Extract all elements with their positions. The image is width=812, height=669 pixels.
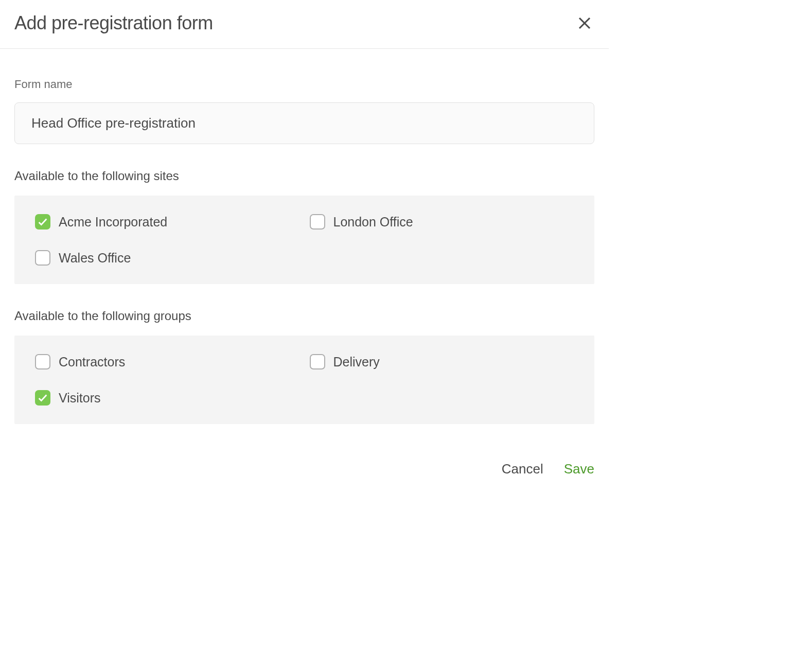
modal-header: Add pre-registration form [0,0,609,49]
site-label: London Office [333,215,413,230]
close-icon [577,15,592,31]
group-item[interactable]: Contractors [35,354,299,369]
group-checkbox[interactable] [310,354,325,369]
group-item[interactable]: Delivery [310,354,574,369]
site-label: Acme Incorporated [59,215,167,230]
sites-section-label: Available to the following sites [14,169,594,183]
modal-footer: Cancel Save [0,434,609,489]
check-icon [37,392,48,403]
site-item[interactable]: London Office [310,214,574,230]
modal: Add pre-registration form Form name Avai… [0,0,609,489]
sites-panel: Acme IncorporatedLondon OfficeWales Offi… [14,196,594,284]
modal-body: Form name Available to the following sit… [0,49,609,434]
cancel-button[interactable]: Cancel [502,459,543,479]
group-label: Contractors [59,355,125,369]
site-checkbox[interactable] [35,250,50,266]
group-item[interactable]: Visitors [35,390,299,406]
group-label: Visitors [59,391,101,406]
check-icon [37,216,48,227]
group-checkbox[interactable] [35,354,50,369]
site-checkbox[interactable] [310,214,325,230]
site-label: Wales Office [59,251,131,266]
modal-title: Add pre-registration form [14,12,213,34]
group-label: Delivery [333,355,380,369]
groups-section-label: Available to the following groups [14,309,594,323]
form-name-input[interactable] [14,102,594,144]
site-checkbox[interactable] [35,214,50,230]
site-item[interactable]: Acme Incorporated [35,214,299,230]
save-button[interactable]: Save [564,459,594,479]
groups-panel: ContractorsDeliveryVisitors [14,336,594,424]
group-checkbox[interactable] [35,390,50,406]
close-button[interactable] [575,13,594,33]
site-item[interactable]: Wales Office [35,250,299,266]
form-name-label: Form name [14,78,594,91]
